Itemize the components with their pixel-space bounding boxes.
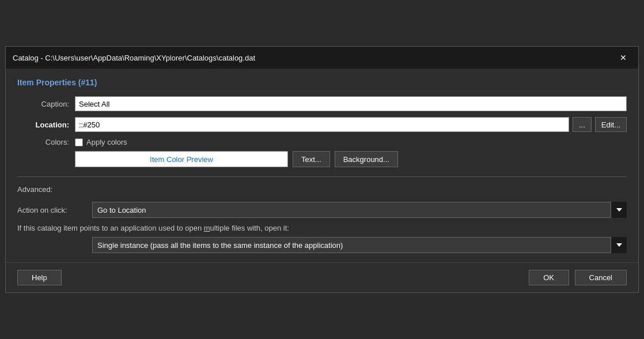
- close-button[interactable]: ✕: [615, 51, 631, 64]
- location-label: Location:: [17, 120, 69, 129]
- apply-colors-container: Apply colors: [75, 138, 127, 146]
- color-preview-box: Item Color Preview: [75, 151, 288, 167]
- location-input[interactable]: [75, 117, 569, 132]
- edit-button[interactable]: Edit...: [595, 117, 627, 132]
- location-input-area: ... Edit...: [75, 117, 627, 132]
- advanced-section: Advanced: Action on click: Go to Locatio…: [17, 185, 627, 253]
- caption-label: Caption:: [17, 100, 69, 108]
- divider: [17, 176, 627, 177]
- multifile-label: If this catalog item points to an applic…: [17, 224, 627, 232]
- title-bar-text: Catalog - C:\Users\user\AppData\Roaming\…: [13, 54, 615, 62]
- apply-colors-label[interactable]: Apply colors: [86, 138, 127, 146]
- footer: Help OK Cancel: [6, 262, 638, 292]
- action-dropdown[interactable]: Go to Location: [92, 202, 627, 218]
- title-bar: Catalog - C:\Users\user\AppData\Roaming\…: [6, 47, 638, 69]
- location-row: Location: ... Edit...: [17, 117, 627, 132]
- multifile-text-span: If this catalog item points to an applic…: [17, 224, 289, 232]
- action-dropdown-container: Go to Location: [92, 202, 627, 218]
- colors-row: Colors: Apply colors: [17, 138, 627, 146]
- dialog-body: Item Properties (#11) Caption: Location:…: [6, 69, 638, 262]
- advanced-label: Advanced:: [17, 185, 627, 194]
- multifile-dropdown-container: Single instance (pass all the items to t…: [92, 237, 627, 253]
- background-color-button[interactable]: Background...: [335, 151, 398, 167]
- text-color-button[interactable]: Text...: [293, 151, 330, 167]
- help-button[interactable]: Help: [17, 270, 62, 285]
- browse-button[interactable]: ...: [573, 117, 592, 132]
- ok-button[interactable]: OK: [529, 270, 569, 285]
- color-preview-text: Item Color Preview: [150, 155, 213, 164]
- footer-right: OK Cancel: [529, 270, 627, 285]
- section-header: Item Properties (#11): [17, 78, 627, 87]
- multifile-dropdown[interactable]: Single instance (pass all the items to t…: [92, 237, 627, 253]
- color-preview-row: Item Color Preview Text... Background...: [75, 151, 627, 167]
- apply-colors-checkbox[interactable]: [75, 138, 83, 146]
- multifile-row: Single instance (pass all the items to t…: [17, 237, 627, 253]
- colors-label: Colors:: [17, 138, 69, 146]
- dialog: Catalog - C:\Users\user\AppData\Roaming\…: [5, 46, 639, 293]
- action-label: Action on click:: [17, 206, 92, 214]
- caption-row: Caption:: [17, 96, 627, 111]
- action-row: Action on click: Go to Location: [17, 202, 627, 218]
- caption-input[interactable]: [75, 96, 627, 111]
- cancel-button[interactable]: Cancel: [575, 270, 627, 285]
